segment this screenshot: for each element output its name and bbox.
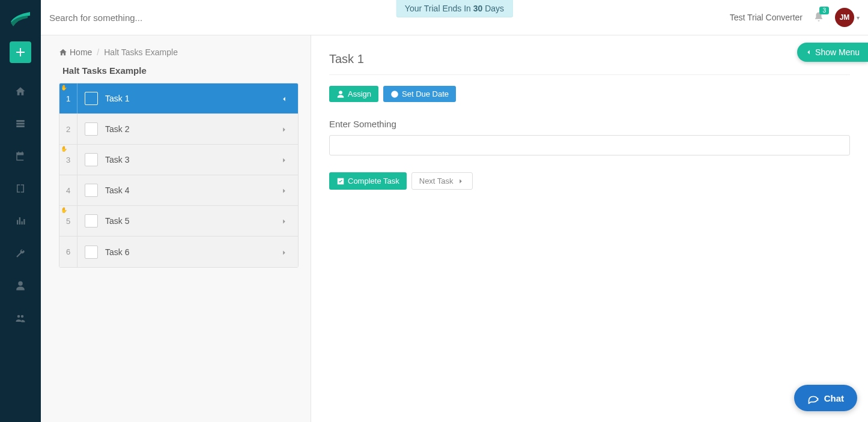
users-icon (15, 313, 26, 324)
breadcrumb-separator: / (97, 47, 99, 57)
account-label[interactable]: Test Trial Converter (730, 13, 803, 22)
task-detail-panel: Task 1 Assign Set Due Date Enter Somethi… (311, 35, 868, 422)
show-menu-button[interactable]: Show Menu (797, 43, 868, 62)
book-icon (15, 183, 26, 194)
task-row[interactable]: 6Task 6 (59, 237, 298, 267)
nav-users[interactable] (0, 302, 41, 334)
halt-icon: ✋ (61, 207, 67, 213)
set-due-date-button[interactable]: Set Due Date (383, 86, 456, 102)
search-input[interactable] (49, 13, 290, 23)
chevron-right-icon (457, 177, 465, 185)
user-icon (336, 90, 345, 98)
task-checkbox[interactable] (85, 184, 98, 197)
plus-icon (16, 48, 25, 56)
user-icon (15, 280, 26, 291)
action-buttons: Assign Set Due Date (329, 86, 850, 102)
form-field-label: Enter Something (329, 119, 850, 129)
chart-icon (15, 216, 26, 226)
form-field-input[interactable] (329, 135, 850, 155)
stack-icon (15, 118, 26, 129)
home-icon (59, 48, 67, 56)
task-label: Task 2 (105, 124, 280, 134)
user-menu[interactable]: JM ▾ (835, 8, 860, 27)
add-button[interactable] (10, 41, 31, 63)
chat-button[interactable]: Chat (794, 385, 857, 411)
main-area: Your Trial Ends In 30 Days Test Trial Co… (41, 0, 868, 422)
halt-icon: ✋ (61, 146, 67, 152)
assign-button-label: Assign (348, 89, 371, 98)
trial-banner[interactable]: Your Trial Ends In 30 Days (396, 0, 513, 17)
chevron-left-icon (804, 48, 813, 56)
task-number: 4 (59, 175, 77, 205)
task-number: 1✋ (59, 83, 77, 113)
notifications-button[interactable]: 3 (813, 11, 824, 24)
notification-badge: 3 (819, 7, 829, 14)
task-label: Task 5 (105, 216, 280, 226)
calendar-icon (15, 151, 26, 161)
chevron-right-icon (280, 185, 298, 195)
breadcrumb: Home / Halt Tasks Example (59, 47, 299, 57)
home-icon (15, 86, 26, 97)
task-checkbox[interactable] (85, 122, 98, 136)
task-checkbox[interactable] (85, 92, 98, 105)
avatar: JM (835, 8, 854, 27)
nav-reports[interactable] (0, 205, 41, 237)
logo[interactable] (0, 0, 41, 35)
task-list-panel: Home / Halt Tasks Example Halt Tasks Exa… (41, 35, 311, 422)
task-label: Task 4 (105, 185, 280, 195)
breadcrumb-home[interactable]: Home (59, 47, 92, 57)
topbar: Your Trial Ends In 30 Days Test Trial Co… (41, 0, 868, 35)
topbar-right: Test Trial Converter 3 JM ▾ (730, 8, 860, 27)
task-number: 6 (59, 237, 77, 267)
task-checkbox[interactable] (85, 214, 98, 228)
next-task-button[interactable]: Next Task (411, 172, 473, 190)
nav-book[interactable] (0, 172, 41, 205)
breadcrumb-home-label: Home (70, 47, 92, 57)
nav-library[interactable] (0, 107, 41, 140)
app-root: Your Trial Ends In 30 Days Test Trial Co… (0, 0, 868, 422)
chat-label: Chat (824, 393, 844, 403)
task-row[interactable]: 5✋Task 5 (59, 206, 298, 237)
task-row[interactable]: 2Task 2 (59, 114, 298, 145)
complete-task-button[interactable]: Complete Task (329, 172, 407, 190)
content: Home / Halt Tasks Example Halt Tasks Exa… (41, 35, 868, 422)
chevron-right-icon (280, 247, 298, 256)
task-label: Task 6 (105, 247, 280, 257)
chevron-right-icon (280, 155, 298, 164)
clock-icon (390, 90, 399, 98)
task-checkbox[interactable] (85, 246, 98, 259)
panel-title: Halt Tasks Example (59, 65, 299, 76)
task-list: 1✋Task 12Task 23✋Task 34Task 45✋Task 56T… (59, 83, 299, 268)
task-number: 3✋ (59, 145, 77, 175)
task-number: 2 (59, 114, 77, 144)
wrench-icon (15, 248, 26, 259)
task-checkbox[interactable] (85, 153, 98, 166)
task-row[interactable]: 1✋Task 1 (59, 83, 298, 114)
task-label: Task 3 (105, 155, 280, 164)
trial-banner-suffix: Days (482, 4, 504, 13)
task-detail-title: Task 1 (329, 52, 850, 75)
chevron-right-icon (280, 124, 298, 134)
logo-icon (10, 10, 31, 26)
nav-calendar[interactable] (0, 140, 41, 172)
task-label: Task 1 (105, 94, 280, 103)
chevron-right-icon (280, 216, 298, 226)
caret-down-icon: ▾ (857, 14, 860, 21)
complete-task-label: Complete Task (348, 176, 399, 185)
nav-home[interactable] (0, 75, 41, 107)
task-row[interactable]: 3✋Task 3 (59, 145, 298, 175)
halt-icon: ✋ (61, 85, 67, 91)
task-number: 5✋ (59, 206, 77, 236)
sidebar-nav (0, 0, 41, 422)
check-icon (336, 177, 345, 185)
complete-row: Complete Task Next Task (329, 172, 850, 190)
nav-settings[interactable] (0, 237, 41, 270)
task-row[interactable]: 4Task 4 (59, 175, 298, 206)
assign-button[interactable]: Assign (329, 86, 378, 102)
trial-banner-days: 30 (473, 4, 483, 13)
nav-user[interactable] (0, 270, 41, 302)
breadcrumb-current: Halt Tasks Example (104, 47, 178, 57)
chat-icon (807, 392, 819, 404)
chevron-left-icon (280, 94, 298, 103)
trial-banner-prefix: Your Trial Ends In (405, 4, 473, 13)
